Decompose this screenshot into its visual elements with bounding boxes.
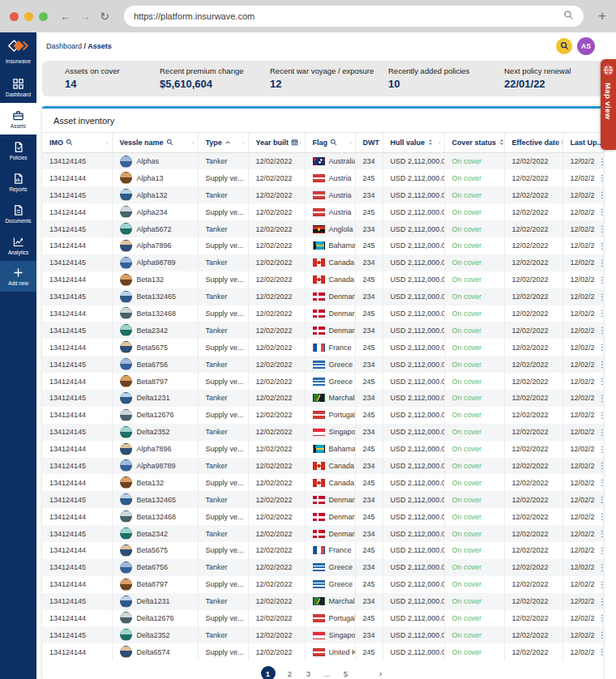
kebab-menu-icon[interactable]: ⋮ bbox=[598, 512, 603, 521]
search-icon[interactable] bbox=[327, 139, 337, 147]
kebab-menu-icon[interactable]: ⋮ bbox=[598, 377, 603, 386]
breadcrumb[interactable]: Dashboard / Assets bbox=[46, 42, 112, 50]
sidebar-item-dashboard[interactable]: Dashboard bbox=[0, 71, 36, 103]
column-header-cover-status[interactable]: Cover status bbox=[444, 133, 504, 153]
table-row[interactable]: 134124145Delta2352Tanker12/02/2022Singap… bbox=[42, 424, 603, 441]
search-icon[interactable] bbox=[63, 139, 73, 147]
table-row[interactable]: 134124145Delta1231Tanker12/02/2022Marcha… bbox=[42, 593, 603, 610]
kebab-menu-icon[interactable]: ⋮ bbox=[598, 258, 603, 267]
kebab-menu-icon[interactable]: ⋮ bbox=[598, 241, 603, 250]
table-row[interactable]: 134124144Beta8797Supply ve...12/02/2022G… bbox=[42, 576, 603, 593]
sort-icon[interactable] bbox=[425, 139, 434, 147]
kebab-menu-icon[interactable]: ⋮ bbox=[598, 360, 603, 369]
kebab-menu-icon[interactable]: ⋮ bbox=[598, 647, 603, 656]
kebab-menu-icon[interactable]: ⋮ bbox=[598, 428, 603, 437]
url-text[interactable]: https://platform.insurwave.com bbox=[134, 11, 563, 21]
sidebar-item-add-new[interactable]: Add new bbox=[0, 261, 36, 292]
kebab-menu-icon[interactable]: ⋮ bbox=[598, 613, 603, 622]
sidebar-item-documents[interactable]: Documents bbox=[0, 198, 36, 229]
column-header-type[interactable]: Type bbox=[198, 133, 248, 153]
column-header-last-up-[interactable]: Last Up.. bbox=[563, 133, 603, 153]
table-row[interactable]: 134124145Beta6756Tanker12/02/2022Greece2… bbox=[42, 559, 603, 576]
table-row[interactable]: 134124145Alpha98789Tanker12/02/2022Canad… bbox=[42, 458, 603, 475]
global-search-button[interactable] bbox=[556, 38, 572, 54]
kebab-menu-icon[interactable]: ⋮ bbox=[598, 445, 603, 454]
column-header-year-built[interactable]: Year built bbox=[248, 133, 305, 153]
kebab-menu-icon[interactable]: ⋮ bbox=[598, 207, 603, 216]
table-row[interactable]: 134124145Beta132465Tanker12/02/2022Denma… bbox=[42, 288, 603, 305]
address-bar[interactable]: https://platform.insurwave.com bbox=[124, 6, 584, 27]
kebab-menu-icon[interactable]: ⋮ bbox=[598, 495, 603, 504]
table-row[interactable]: 134124145Beta2342Tanker12/02/2022Denmark… bbox=[42, 322, 603, 339]
table-row[interactable]: 134124144Beta132Supply ve...12/02/2022Ca… bbox=[42, 271, 603, 288]
table-row[interactable]: 134124144Beta132Supply ve...12/02/2022Ca… bbox=[42, 474, 603, 491]
table-row[interactable]: 134124144Beta132468Supply ve...12/02/202… bbox=[42, 305, 603, 322]
table-row[interactable]: 134124145Beta132465Tanker12/02/2022Denma… bbox=[42, 491, 603, 508]
table-row[interactable]: 134124145Alpha5672Tanker12/02/2022Anglol… bbox=[42, 220, 603, 237]
insurwave-logo[interactable]: insurwave bbox=[0, 32, 36, 71]
maximize-window-icon[interactable] bbox=[39, 12, 48, 21]
pagination-page-1[interactable]: 1 bbox=[261, 666, 276, 679]
table-row[interactable]: 134124145Delta1231Tanker12/02/2022Marcha… bbox=[42, 390, 603, 407]
column-header-imo[interactable]: IMO bbox=[42, 133, 112, 153]
table-row[interactable]: 134124144Alpha234Supply ve...12/02/2022A… bbox=[42, 203, 603, 220]
table-row[interactable]: 134124145Beta6756Tanker12/02/2022Greece2… bbox=[42, 356, 603, 373]
kebab-menu-icon[interactable]: ⋮ bbox=[598, 190, 603, 199]
sort-icon[interactable] bbox=[496, 139, 504, 147]
new-tab-button[interactable]: + bbox=[598, 8, 606, 24]
pagination-page-5[interactable]: 5 bbox=[342, 669, 350, 678]
column-header-dwt[interactable]: DWT bbox=[355, 133, 383, 153]
kebab-menu-icon[interactable]: ⋮ bbox=[598, 597, 603, 606]
pagination-next-button[interactable]: › bbox=[377, 668, 385, 678]
sidebar-item-reports[interactable]: Reports bbox=[0, 166, 36, 198]
column-header-vessle-name[interactable]: Vessle name bbox=[112, 133, 198, 153]
table-row[interactable]: 134124144Beta5675Supply ve...12/02/2022F… bbox=[42, 542, 603, 559]
table-row[interactable]: 134124144Delta6574Supply ve...12/02/2022… bbox=[42, 643, 603, 660]
table-row[interactable]: 134124144Alpha7896Supply ve...12/02/2022… bbox=[42, 237, 603, 254]
sidebar-item-assets[interactable]: Assets bbox=[0, 103, 36, 135]
column-header-effective-date[interactable]: Effective date bbox=[504, 133, 563, 153]
calendar-icon[interactable] bbox=[289, 139, 298, 147]
table-row[interactable]: 134124144Beta8797Supply ve...12/02/2022G… bbox=[42, 373, 603, 390]
kebab-menu-icon[interactable]: ⋮ bbox=[598, 394, 603, 403]
search-icon[interactable] bbox=[164, 139, 173, 147]
kebab-menu-icon[interactable]: ⋮ bbox=[598, 224, 603, 233]
table-row[interactable]: 134124144Beta132468Supply ve...12/02/202… bbox=[42, 508, 603, 525]
table-row[interactable]: 134124144Delta12676Supply ve...12/02/202… bbox=[42, 610, 603, 627]
table-row[interactable]: 134124145AlphasTanker12/02/2022Australia… bbox=[42, 153, 603, 170]
pagination-page-2[interactable]: 2 bbox=[286, 669, 294, 678]
close-window-icon[interactable] bbox=[10, 12, 19, 21]
kebab-menu-icon[interactable]: ⋮ bbox=[598, 546, 603, 555]
user-avatar[interactable]: AS bbox=[577, 37, 595, 55]
table-row[interactable]: 134124144Alpha13Supply ve...12/02/2022Au… bbox=[42, 169, 603, 186]
pagination-page-3[interactable]: 3 bbox=[305, 669, 313, 678]
kebab-menu-icon[interactable]: ⋮ bbox=[598, 580, 603, 589]
table-row[interactable]: 134124145Beta2342Tanker12/02/2022Denmark… bbox=[42, 525, 603, 542]
kebab-menu-icon[interactable]: ⋮ bbox=[598, 275, 603, 284]
kebab-menu-icon[interactable]: ⋮ bbox=[598, 630, 603, 639]
kebab-menu-icon[interactable]: ⋮ bbox=[598, 529, 603, 538]
table-row[interactable]: 134124144Beta5675Supply ve...12/02/2022F… bbox=[42, 339, 603, 356]
table-row[interactable]: 134124145Delta2352Tanker12/02/2022Singap… bbox=[42, 626, 603, 643]
sidebar-item-analytics[interactable]: Analytics bbox=[0, 229, 36, 261]
back-arrow-icon[interactable]: ← bbox=[59, 10, 72, 23]
reload-icon[interactable]: ↻ bbox=[98, 10, 111, 23]
table-row[interactable]: 134124145Alpha98789Tanker12/02/2022Canad… bbox=[42, 254, 603, 271]
kebab-menu-icon[interactable]: ⋮ bbox=[598, 173, 603, 182]
column-header-hull-value[interactable]: Hull value bbox=[383, 133, 444, 153]
search-icon[interactable] bbox=[563, 9, 574, 23]
map-view-tab[interactable]: Map view bbox=[601, 59, 616, 150]
kebab-menu-icon[interactable]: ⋮ bbox=[598, 411, 603, 420]
kebab-menu-icon[interactable]: ⋮ bbox=[598, 343, 603, 352]
forward-arrow-icon[interactable]: → bbox=[79, 10, 92, 23]
minimize-window-icon[interactable] bbox=[24, 12, 33, 21]
table-row[interactable]: 134124145Alpha132Tanker12/02/2022Austria… bbox=[42, 186, 603, 203]
kebab-menu-icon[interactable]: ⋮ bbox=[598, 293, 603, 301]
table-row[interactable]: 134124144Alpha7896Supply ve...12/02/2022… bbox=[42, 441, 603, 458]
sidebar-item-policies[interactable]: Policies bbox=[0, 135, 36, 166]
window-controls[interactable] bbox=[10, 12, 48, 21]
column-header-flag[interactable]: Flag bbox=[305, 133, 355, 153]
table-row[interactable]: 134124144Delta12676Supply ve...12/02/202… bbox=[42, 407, 603, 424]
kebab-menu-icon[interactable]: ⋮ bbox=[598, 478, 603, 487]
kebab-menu-icon[interactable]: ⋮ bbox=[598, 157, 603, 166]
